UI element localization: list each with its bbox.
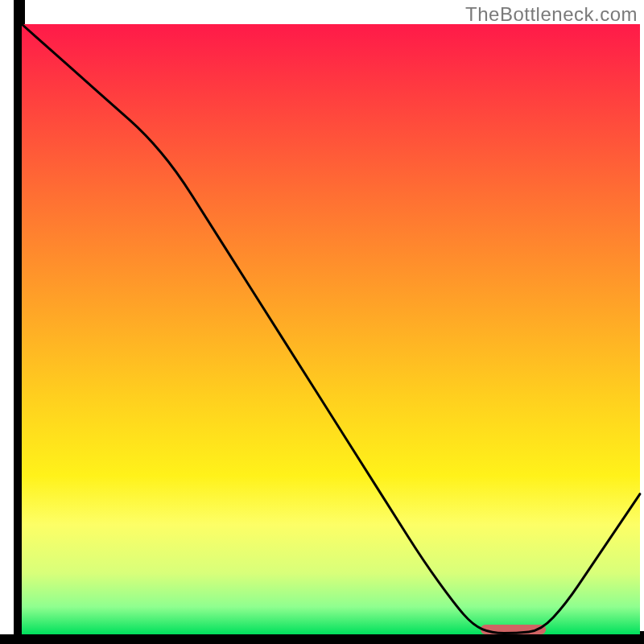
bottleneck-plot bbox=[0, 0, 644, 644]
watermark-text: TheBottleneck.com bbox=[465, 3, 638, 26]
